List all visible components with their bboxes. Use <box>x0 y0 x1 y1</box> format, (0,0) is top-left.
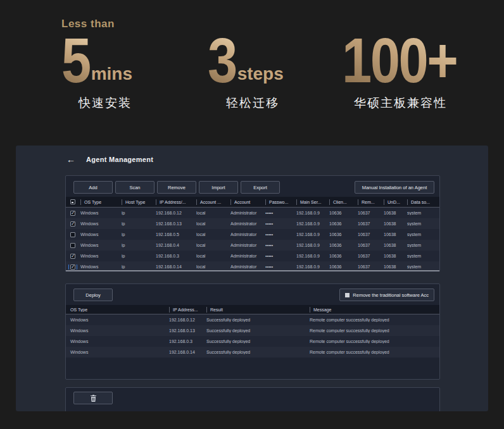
cell-main-server: 192.168.0.9 <box>296 221 329 226</box>
column-message[interactable]: Message <box>310 307 439 313</box>
cell-account-type: local <box>196 254 230 258</box>
cell-remote: 10637 <box>358 264 384 269</box>
row-checkbox[interactable] <box>70 232 75 237</box>
cell-os-type: Windows <box>66 350 169 354</box>
table-row[interactable]: Windows ip 192.168.0.3 local Administrat… <box>66 251 439 261</box>
cell-remote: 10637 <box>358 243 384 247</box>
column-host-type[interactable]: Host Type <box>122 199 156 205</box>
cell-data-source: system <box>407 243 439 247</box>
cell-account: Administrator <box>230 221 265 226</box>
column-password[interactable]: Passwo... <box>265 199 296 205</box>
cell-account: Administrator <box>230 243 265 247</box>
cell-os-type: Windows <box>66 328 169 333</box>
cell-message: Remote computer successfully deployed <box>310 328 439 333</box>
cell-main-server: 192.168.0.9 <box>296 211 329 215</box>
stat-easy-migration: 3 steps 轻松迁移 <box>208 18 298 111</box>
column-os-type[interactable]: OS Type <box>80 199 122 205</box>
cell-host-type: ip <box>122 221 156 226</box>
column-account[interactable]: Account <box>230 199 265 205</box>
cell-client: 10636 <box>329 264 358 269</box>
cell-password: ••••• <box>265 211 296 215</box>
cell-client: 10636 <box>329 243 358 247</box>
horizontal-scrollbar[interactable] <box>66 270 439 271</box>
cell-und: 10638 <box>384 243 407 247</box>
column-main-server[interactable]: Main Ser... <box>296 199 329 205</box>
column-data-source[interactable]: Data so... <box>407 199 439 205</box>
stat-number: 5 <box>61 35 90 85</box>
agent-table-header: OS Type Host Type IP Address/... Account… <box>66 197 439 208</box>
cell-result: Successfully deployed <box>206 339 310 344</box>
cell-und: 10638 <box>384 211 407 215</box>
table-row[interactable]: Windows 192.168.0.14 Successfully deploy… <box>66 347 439 358</box>
column-client[interactable]: Clien... <box>329 199 358 205</box>
column-account-type[interactable]: Account ... <box>196 199 230 205</box>
cell-und: 10638 <box>384 254 407 258</box>
add-button[interactable]: Add <box>73 181 113 194</box>
scan-button[interactable]: Scan <box>115 181 154 194</box>
cell-os-type: Windows <box>80 221 122 226</box>
cell-os-type: Windows <box>80 254 122 258</box>
table-row[interactable]: Windows 192.168.0.13 Successfully deploy… <box>66 325 439 336</box>
column-os-type[interactable]: OS Type <box>66 308 169 312</box>
table-row[interactable]: Windows ip 192.168.0.13 local Administra… <box>66 218 439 229</box>
column-ip-address[interactable]: IP Address/... <box>156 199 196 205</box>
cell-ip-address: 192.168.0.4 <box>156 243 196 247</box>
cell-ip-address: 192.168.0.14 <box>169 350 206 354</box>
cell-account-type: local <box>196 264 230 269</box>
stat-unit: steps <box>237 65 284 85</box>
cell-main-server: 192.168.0.9 <box>296 254 329 258</box>
table-row[interactable]: Windows ip 192.168.0.4 local Administrat… <box>66 240 439 251</box>
row-checkbox[interactable] <box>70 243 75 248</box>
stat-label: 快速安装 <box>61 95 149 111</box>
agent-management-panel: ← Agent Management Add Scan Remove Impor… <box>16 146 488 411</box>
row-checkbox[interactable] <box>70 264 75 270</box>
cell-account-type: local <box>196 243 230 247</box>
panel-header: ← Agent Management <box>66 155 153 164</box>
column-ip-address[interactable]: IP Address... <box>169 307 206 313</box>
cell-ip-address: 192.168.0.3 <box>156 254 196 258</box>
cell-os-type: Windows <box>80 243 122 247</box>
cell-account: Administrator <box>230 232 265 237</box>
cell-host-type: ip <box>122 211 156 215</box>
cell-host-type: ip <box>122 243 156 247</box>
select-all-checkbox[interactable] <box>70 199 75 204</box>
table-row[interactable]: Windows ip 192.168.0.5 local Administrat… <box>66 229 439 240</box>
import-button[interactable]: Import <box>199 181 238 194</box>
checked-square-icon <box>345 293 350 297</box>
stat-value: 3 steps <box>208 34 298 85</box>
deploy-button[interactable]: Deploy <box>73 289 113 301</box>
cell-ip-address: 192.168.0.12 <box>156 211 196 215</box>
cell-result: Successfully deployed <box>206 328 310 333</box>
cell-os-type: Windows <box>66 339 169 344</box>
remove-button[interactable]: Remove <box>157 181 196 194</box>
row-checkbox[interactable] <box>70 254 75 259</box>
column-und[interactable]: UnD... <box>384 199 407 205</box>
cell-message: Remote computer successfully deployed <box>310 339 439 344</box>
export-button[interactable]: Export <box>241 181 280 194</box>
cell-client: 10636 <box>329 254 358 258</box>
cell-ip-address: 192.168.0.13 <box>156 221 196 226</box>
back-icon[interactable]: ← <box>66 155 75 164</box>
agent-list-section: Add Scan Remove Import Export Manual Ins… <box>65 175 440 272</box>
table-row[interactable]: Windows ip 192.168.0.12 local Administra… <box>66 208 439 218</box>
cell-password: ••••• <box>265 232 296 237</box>
manual-install-button[interactable]: Manual Installation of an Agent <box>355 181 434 194</box>
table-row[interactable]: Windows 192.168.0.12 Successfully deploy… <box>66 314 439 325</box>
row-checkbox[interactable] <box>70 211 75 216</box>
cell-os-type: Windows <box>66 318 169 322</box>
deploy-section: Deploy Remove the traditional software A… <box>65 283 440 380</box>
column-remote[interactable]: Rem... <box>358 199 384 205</box>
cell-ip-address: 192.168.0.5 <box>156 232 196 237</box>
cell-os-type: Windows <box>80 232 122 237</box>
cell-host-type: ip <box>122 232 156 237</box>
delete-button[interactable] <box>73 392 113 404</box>
cell-remote: 10637 <box>358 211 384 215</box>
remove-traditional-option[interactable]: Remove the traditional software Acc <box>339 289 434 301</box>
column-result[interactable]: Result <box>206 307 310 313</box>
cell-message: Remote computer successfully deployed <box>310 318 439 322</box>
stat-number: 100+ <box>342 35 457 85</box>
remove-traditional-label: Remove the traditional software Acc <box>353 292 429 298</box>
cell-password: ••••• <box>265 264 296 269</box>
row-checkbox[interactable] <box>70 221 75 227</box>
table-row[interactable]: Windows 192.168.0.3 Successfully deploye… <box>66 336 439 347</box>
